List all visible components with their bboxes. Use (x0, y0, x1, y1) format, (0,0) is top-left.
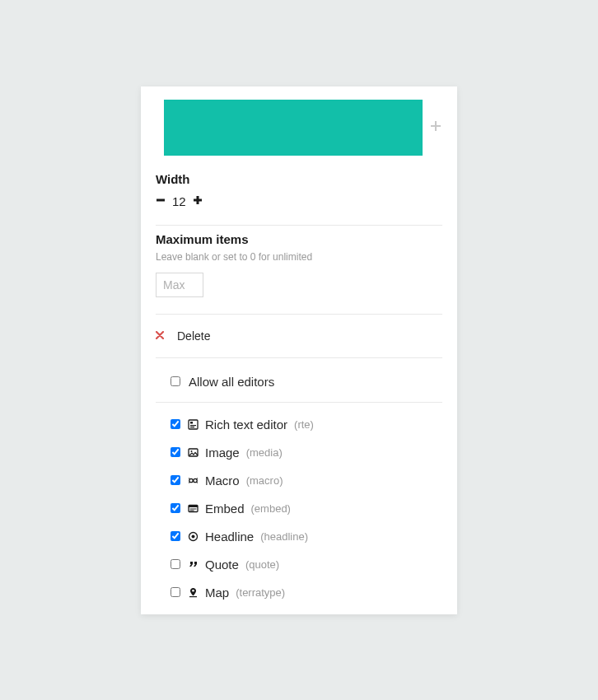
editor-item: Rich text editor(rte) (171, 418, 442, 432)
editor-checkbox[interactable] (171, 447, 180, 457)
editor-name: Image (205, 446, 240, 460)
editor-item: Embed(embed) (171, 502, 442, 516)
editor-name: Headline (205, 530, 254, 544)
svg-rect-3 (190, 427, 194, 427)
svg-rect-10 (189, 505, 198, 507)
plus-icon[interactable] (429, 118, 442, 137)
width-value: 12 (172, 194, 186, 208)
delete-button[interactable]: Delete (156, 329, 442, 343)
quote-icon (187, 558, 199, 570)
editor-checkbox[interactable] (171, 587, 180, 597)
editor-item: Image(media) (171, 446, 442, 460)
svg-rect-1 (189, 420, 198, 429)
grid-cell-preview[interactable] (164, 100, 423, 156)
svg-rect-0 (157, 199, 165, 202)
editor-item: Headline(headline) (171, 530, 442, 544)
preview-row (156, 100, 442, 156)
editor-alias: (rte) (294, 418, 314, 431)
width-section: Width 12 (156, 166, 442, 226)
settings-panel: Width 12 Maximum items Leave blank or se… (141, 86, 457, 614)
macro-icon (187, 474, 199, 486)
svg-point-14 (191, 534, 194, 538)
editor-checkbox[interactable] (171, 475, 180, 485)
editor-checkbox[interactable] (171, 419, 180, 429)
svg-rect-2 (190, 425, 196, 426)
width-minus-button[interactable] (156, 194, 166, 208)
allow-all-section: Allow all editors (156, 362, 442, 403)
svg-rect-12 (189, 510, 194, 511)
headline-icon (187, 530, 199, 542)
editor-checkbox[interactable] (171, 559, 180, 569)
svg-rect-4 (190, 422, 193, 424)
editor-checkbox[interactable] (171, 503, 180, 513)
editor-alias: (macro) (246, 474, 283, 487)
editor-alias: (media) (246, 446, 283, 459)
svg-point-6 (190, 450, 192, 452)
editor-checkbox[interactable] (171, 531, 180, 541)
map-icon (187, 586, 199, 598)
delete-section: Delete (156, 315, 442, 358)
editor-item: Macro(macro) (171, 474, 442, 488)
max-items-help: Leave blank or set to 0 for unlimited (156, 251, 442, 263)
editor-item: Quote(quote) (171, 558, 442, 572)
close-icon (156, 329, 164, 342)
editor-name: Macro (205, 474, 240, 488)
svg-rect-11 (189, 508, 196, 509)
editor-list: Rich text editor(rte)Image(media)Macro(m… (156, 403, 442, 600)
delete-label: Delete (177, 329, 210, 343)
editor-alias: (quote) (245, 558, 279, 571)
max-items-label: Maximum items (156, 232, 442, 246)
editor-item: Map(terratype) (171, 586, 442, 600)
allow-all-label: Allow all editors (189, 375, 274, 389)
max-items-input[interactable] (156, 273, 203, 297)
width-stepper: 12 (156, 194, 442, 208)
editor-name: Rich text editor (205, 418, 287, 432)
image-icon (187, 446, 199, 458)
embed-icon (187, 502, 199, 514)
editor-alias: (headline) (260, 530, 308, 543)
editor-name: Map (205, 586, 229, 600)
svg-rect-16 (189, 596, 197, 597)
editor-alias: (embed) (251, 502, 291, 515)
rte-icon (187, 418, 199, 430)
width-label: Width (156, 172, 442, 186)
editor-name: Embed (205, 502, 245, 516)
editor-alias: (terratype) (236, 586, 285, 599)
max-items-section: Maximum items Leave blank or set to 0 fo… (156, 226, 442, 315)
width-plus-button[interactable] (193, 194, 203, 208)
editor-name: Quote (205, 558, 239, 572)
allow-all-checkbox[interactable] (171, 376, 180, 386)
svg-point-15 (192, 590, 194, 592)
